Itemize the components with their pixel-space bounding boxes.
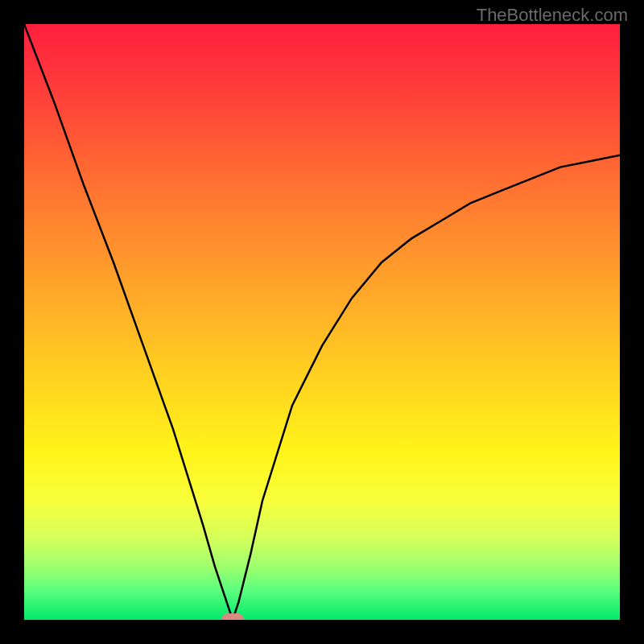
watermark-text: TheBottleneck.com (477, 5, 628, 26)
chart-curve (24, 24, 620, 620)
plot-area (24, 24, 620, 620)
optimum-marker (221, 613, 244, 620)
